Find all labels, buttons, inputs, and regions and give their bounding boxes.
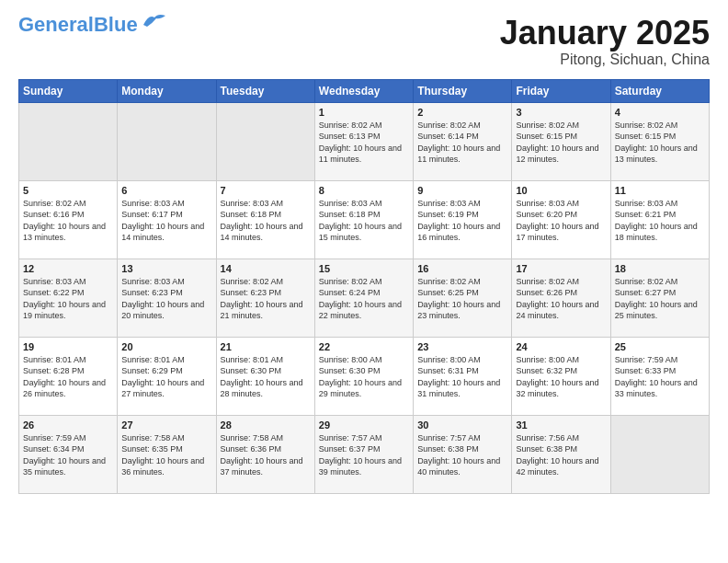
day-info: Sunrise: 8:02 AMSunset: 6:26 PMDaylight:…: [516, 277, 598, 321]
day-info: Sunrise: 8:02 AMSunset: 6:15 PMDaylight:…: [615, 121, 698, 165]
day-cell: 3Sunrise: 8:02 AMSunset: 6:15 PMDaylight…: [512, 102, 610, 180]
day-number: 27: [121, 419, 211, 431]
day-cell: 8Sunrise: 8:03 AMSunset: 6:18 PMDaylight…: [314, 180, 413, 259]
day-cell: 28Sunrise: 7:58 AMSunset: 6:36 PMDayligh…: [216, 415, 314, 493]
day-number: 24: [516, 341, 606, 352]
day-info: Sunrise: 7:59 AMSunset: 6:33 PMDaylight:…: [615, 355, 698, 399]
day-number: 8: [319, 185, 409, 196]
day-cell: 19Sunrise: 8:01 AMSunset: 6:28 PMDayligh…: [19, 337, 118, 415]
day-number: 9: [417, 185, 507, 196]
day-cell: 24Sunrise: 8:00 AMSunset: 6:32 PMDayligh…: [512, 337, 610, 415]
day-number: 10: [516, 185, 606, 196]
day-cell: 2Sunrise: 8:02 AMSunset: 6:14 PMDaylight…: [414, 102, 512, 180]
logo-text: GeneralBlue: [18, 15, 138, 35]
day-number: 21: [221, 341, 311, 352]
day-number: 29: [319, 419, 409, 431]
day-number: 14: [221, 263, 311, 274]
day-cell: 31Sunrise: 7:56 AMSunset: 6:38 PMDayligh…: [512, 415, 610, 493]
logo: GeneralBlue: [18, 15, 167, 35]
day-number: 7: [221, 185, 311, 196]
day-number: 25: [615, 341, 705, 352]
day-header-monday: Monday: [118, 79, 216, 102]
day-info: Sunrise: 8:02 AMSunset: 6:24 PMDaylight:…: [319, 277, 402, 321]
day-info: Sunrise: 8:00 AMSunset: 6:31 PMDaylight:…: [417, 355, 500, 399]
day-number: 20: [121, 341, 211, 352]
calendar-subtitle: Pitong, Sichuan, China: [500, 52, 710, 68]
day-info: Sunrise: 8:02 AMSunset: 6:27 PMDaylight:…: [615, 277, 698, 321]
day-info: Sunrise: 8:02 AMSunset: 6:23 PMDaylight:…: [221, 277, 303, 321]
day-info: Sunrise: 8:00 AMSunset: 6:30 PMDaylight:…: [319, 355, 402, 399]
day-number: 4: [615, 107, 705, 118]
week-row-1: 1Sunrise: 8:02 AMSunset: 6:13 PMDaylight…: [19, 102, 710, 180]
day-info: Sunrise: 8:02 AMSunset: 6:13 PMDaylight:…: [319, 121, 402, 165]
day-cell: 14Sunrise: 8:02 AMSunset: 6:23 PMDayligh…: [216, 259, 314, 337]
day-header-friday: Friday: [512, 79, 610, 102]
day-info: Sunrise: 7:58 AMSunset: 6:35 PMDaylight:…: [121, 433, 204, 477]
day-info: Sunrise: 7:56 AMSunset: 6:38 PMDaylight:…: [516, 433, 598, 477]
day-info: Sunrise: 7:58 AMSunset: 6:36 PMDaylight:…: [221, 433, 303, 477]
calendar-table: SundayMondayTuesdayWednesdayThursdayFrid…: [18, 79, 710, 494]
day-info: Sunrise: 8:02 AMSunset: 6:16 PMDaylight:…: [23, 199, 106, 243]
day-header-thursday: Thursday: [414, 79, 512, 102]
header-row: SundayMondayTuesdayWednesdayThursdayFrid…: [19, 79, 710, 102]
day-cell: 21Sunrise: 8:01 AMSunset: 6:30 PMDayligh…: [216, 337, 314, 415]
day-number: 19: [23, 341, 113, 352]
day-info: Sunrise: 8:01 AMSunset: 6:30 PMDaylight:…: [221, 355, 303, 399]
day-cell: 7Sunrise: 8:03 AMSunset: 6:18 PMDaylight…: [216, 180, 314, 259]
day-info: Sunrise: 8:03 AMSunset: 6:17 PMDaylight:…: [121, 199, 204, 243]
day-info: Sunrise: 8:02 AMSunset: 6:25 PMDaylight:…: [417, 277, 500, 321]
day-number: 17: [516, 263, 606, 274]
day-cell: 12Sunrise: 8:03 AMSunset: 6:22 PMDayligh…: [19, 259, 118, 337]
day-info: Sunrise: 8:03 AMSunset: 6:21 PMDaylight:…: [615, 199, 698, 243]
day-cell: 5Sunrise: 8:02 AMSunset: 6:16 PMDaylight…: [19, 180, 118, 259]
day-info: Sunrise: 8:02 AMSunset: 6:14 PMDaylight:…: [417, 121, 500, 165]
week-row-5: 26Sunrise: 7:59 AMSunset: 6:34 PMDayligh…: [19, 415, 710, 493]
day-cell: [216, 102, 314, 180]
day-info: Sunrise: 8:03 AMSunset: 6:18 PMDaylight:…: [319, 199, 402, 243]
day-info: Sunrise: 7:57 AMSunset: 6:38 PMDaylight:…: [417, 433, 500, 477]
day-cell: 29Sunrise: 7:57 AMSunset: 6:37 PMDayligh…: [314, 415, 413, 493]
day-number: 2: [417, 107, 507, 118]
day-cell: 25Sunrise: 7:59 AMSunset: 6:33 PMDayligh…: [610, 337, 709, 415]
day-info: Sunrise: 8:01 AMSunset: 6:28 PMDaylight:…: [23, 355, 106, 399]
day-cell: 30Sunrise: 7:57 AMSunset: 6:38 PMDayligh…: [414, 415, 512, 493]
day-header-tuesday: Tuesday: [216, 79, 314, 102]
day-cell: 1Sunrise: 8:02 AMSunset: 6:13 PMDaylight…: [314, 102, 413, 180]
day-info: Sunrise: 8:02 AMSunset: 6:15 PMDaylight:…: [516, 121, 598, 165]
day-cell: 17Sunrise: 8:02 AMSunset: 6:26 PMDayligh…: [512, 259, 610, 337]
day-number: 6: [121, 185, 211, 196]
day-info: Sunrise: 7:57 AMSunset: 6:37 PMDaylight:…: [319, 433, 402, 477]
day-header-wednesday: Wednesday: [314, 79, 413, 102]
day-number: 3: [516, 107, 606, 118]
week-row-3: 12Sunrise: 8:03 AMSunset: 6:22 PMDayligh…: [19, 259, 710, 337]
day-number: 12: [23, 263, 113, 274]
day-info: Sunrise: 7:59 AMSunset: 6:34 PMDaylight:…: [23, 433, 106, 477]
day-cell: [118, 102, 216, 180]
day-cell: 23Sunrise: 8:00 AMSunset: 6:31 PMDayligh…: [414, 337, 512, 415]
day-info: Sunrise: 8:03 AMSunset: 6:23 PMDaylight:…: [121, 277, 204, 321]
day-number: 30: [417, 419, 507, 431]
day-number: 18: [615, 263, 705, 274]
calendar-title: January 2025: [500, 15, 710, 52]
day-cell: 13Sunrise: 8:03 AMSunset: 6:23 PMDayligh…: [118, 259, 216, 337]
day-number: 5: [23, 185, 113, 196]
day-number: 22: [319, 341, 409, 352]
day-cell: 20Sunrise: 8:01 AMSunset: 6:29 PMDayligh…: [118, 337, 216, 415]
week-row-4: 19Sunrise: 8:01 AMSunset: 6:28 PMDayligh…: [19, 337, 710, 415]
day-cell: 27Sunrise: 7:58 AMSunset: 6:35 PMDayligh…: [118, 415, 216, 493]
day-cell: 11Sunrise: 8:03 AMSunset: 6:21 PMDayligh…: [610, 180, 709, 259]
day-number: 16: [417, 263, 507, 274]
day-cell: 6Sunrise: 8:03 AMSunset: 6:17 PMDaylight…: [118, 180, 216, 259]
day-info: Sunrise: 8:00 AMSunset: 6:32 PMDaylight:…: [516, 355, 598, 399]
day-header-saturday: Saturday: [610, 79, 709, 102]
day-cell: [19, 102, 118, 180]
title-block: January 2025 Pitong, Sichuan, China: [500, 15, 710, 68]
day-info: Sunrise: 8:01 AMSunset: 6:29 PMDaylight:…: [121, 355, 204, 399]
day-info: Sunrise: 8:03 AMSunset: 6:20 PMDaylight:…: [516, 199, 598, 243]
day-cell: 4Sunrise: 8:02 AMSunset: 6:15 PMDaylight…: [610, 102, 709, 180]
day-number: 11: [615, 185, 705, 196]
logo-bird-icon: [142, 12, 167, 30]
page-header: GeneralBlue January 2025 Pitong, Sichuan…: [18, 15, 710, 68]
day-number: 28: [221, 419, 311, 431]
day-number: 31: [516, 419, 606, 431]
